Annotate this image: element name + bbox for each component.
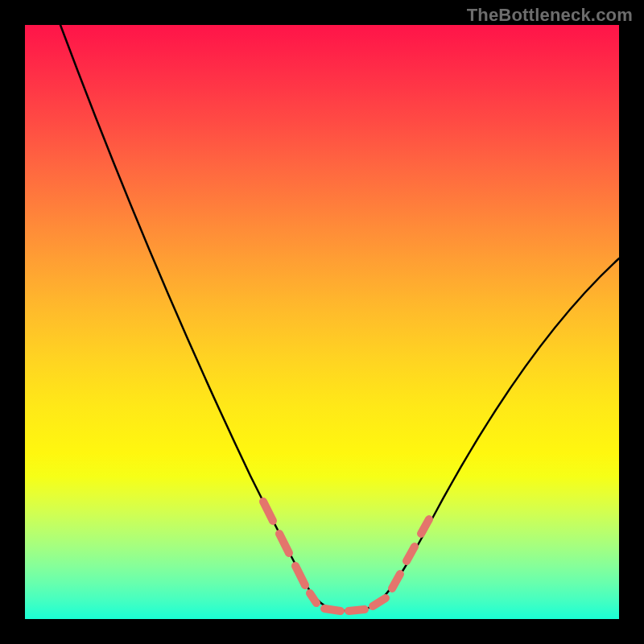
watermark-text: TheBottleneck.com (467, 5, 633, 26)
dash-left-4 (310, 593, 316, 603)
dash-right-2 (407, 547, 415, 561)
dash-left-2 (279, 534, 289, 553)
chart-svg (25, 25, 619, 619)
dash-left-3 (295, 566, 305, 585)
dash-left-1 (263, 502, 273, 521)
dash-right-1 (392, 574, 400, 588)
chart-canvas: TheBottleneck.com (0, 0, 644, 644)
dash-right-3 (421, 519, 429, 534)
dash-bottom-1 (324, 609, 341, 611)
dash-bottom-2 (349, 609, 365, 611)
dash-bottom-3 (373, 598, 386, 606)
bottleneck-curve (60, 25, 619, 611)
